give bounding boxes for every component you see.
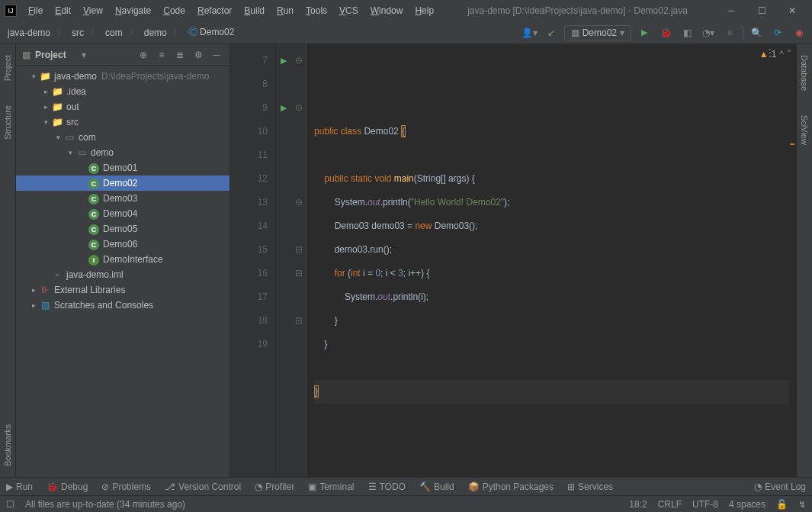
menu-code[interactable]: Code	[158, 3, 191, 18]
tree-node-com[interactable]: ▾▭com	[16, 130, 229, 145]
tool-todo[interactable]: ☰TODO	[368, 481, 406, 492]
readonly-icon[interactable]: 🔓	[776, 499, 788, 510]
breadcrumb: java-demo〉src〉com〉demo〉Ⓒ Demo02	[5, 24, 522, 40]
run-gutter[interactable]: ▶ ▶	[276, 44, 291, 477]
collapse-icon[interactable]: ≣	[173, 50, 187, 60]
breadcrumb-item[interactable]: java-demo	[5, 26, 53, 40]
tree-node-demo03[interactable]: CDemo03	[16, 191, 229, 206]
toolbar-right: 👤▾ ↙ ▦ Demo02 ▾ ▶ 🐞 ◧ ◔▾ ■ 🔍 ⟳ ◉	[522, 24, 807, 41]
menu-navigate[interactable]: Navigate	[110, 3, 156, 18]
code-line[interactable]: Demo03 demo03 = new Demo03();	[314, 214, 788, 238]
menu-edit[interactable]: Edit	[50, 3, 76, 18]
tool-services[interactable]: ⊞Services	[567, 481, 613, 492]
code-line[interactable]: }	[314, 309, 788, 333]
editor-more-icon[interactable]: ⋮	[765, 47, 775, 58]
tab-project[interactable]: Project	[2, 50, 14, 85]
status-icon[interactable]: ☐	[6, 499, 14, 510]
tree-node-demo05[interactable]: CDemo05	[16, 221, 229, 237]
file-encoding[interactable]: UTF-8	[692, 499, 718, 510]
tree-node-demo01[interactable]: CDemo01	[16, 160, 229, 175]
tree-node-demo[interactable]: ▾▭demo	[16, 145, 229, 160]
tree-node-scratches and consoles[interactable]: ▸▧Scratches and Consoles	[16, 298, 229, 313]
indent-info[interactable]: 4 spaces	[729, 499, 765, 510]
hide-icon[interactable]: ─	[210, 50, 223, 60]
stop-button[interactable]: ■	[721, 24, 738, 41]
code-line[interactable]	[314, 143, 788, 167]
tool-terminal[interactable]: ▣Terminal	[308, 481, 354, 492]
menu-tools[interactable]: Tools	[300, 3, 332, 18]
run-button[interactable]: ▶	[636, 24, 653, 41]
breadcrumb-item[interactable]: com	[102, 26, 126, 40]
sync-icon[interactable]: ⟳	[769, 24, 786, 41]
tree-node-demo04[interactable]: CDemo04	[16, 206, 229, 221]
line-separator[interactable]: CRLF	[658, 499, 682, 510]
locate-icon[interactable]: ⊕	[136, 50, 150, 60]
tree-node-src[interactable]: ▾📁src	[16, 114, 229, 130]
maximize-button[interactable]: ☐	[746, 2, 777, 20]
debug-button[interactable]: 🐞	[657, 24, 674, 41]
event-log-label: Event Log	[765, 481, 806, 492]
run-config-label: Demo02	[583, 27, 617, 38]
expand-icon[interactable]: ≡	[155, 50, 168, 60]
coverage-button[interactable]: ◧	[679, 24, 695, 41]
tree-node-java-demo.iml[interactable]: ▫java-demo.iml	[16, 267, 229, 282]
menu-view[interactable]: View	[78, 3, 108, 18]
tab-bookmarks[interactable]: Bookmarks	[2, 420, 14, 471]
inspection-widget[interactable]: ▲ 1 ^ ˅	[759, 49, 791, 60]
code-line[interactable]	[314, 356, 788, 380]
menu-file[interactable]: File	[23, 3, 48, 18]
project-tree[interactable]: ▾📁java-demoD:\IdeaProjects\java-demo▸📁.i…	[16, 66, 229, 477]
breadcrumb-item[interactable]: src	[69, 26, 87, 40]
code-line[interactable]: public static void main(String[] args) {	[314, 167, 788, 191]
tab-sciview[interactable]: SciView	[798, 111, 810, 150]
tree-node-out[interactable]: ▸📁out	[16, 99, 229, 114]
menu-help[interactable]: Help	[409, 3, 439, 18]
user-icon[interactable]: 👤▾	[522, 24, 538, 41]
code-line[interactable]: }	[314, 333, 788, 356]
profile-button[interactable]: ◔▾	[700, 24, 717, 41]
close-button[interactable]: ✕	[777, 2, 807, 20]
code-line[interactable]: public class Demo02 {	[314, 120, 788, 143]
fold-gutter[interactable]: ⊖ ⊖ ⊖ ⊟⊟ ⊟	[291, 44, 307, 477]
code-line[interactable]: System.out.println(i);	[314, 285, 788, 309]
minimize-button[interactable]: ─	[716, 2, 746, 20]
hammer-icon[interactable]: ↙	[543, 24, 560, 41]
tool-python-packages[interactable]: 📦Python Packages	[468, 481, 554, 492]
tool-problems[interactable]: ⊘Problems	[101, 481, 151, 492]
code-line[interactable]: }	[314, 380, 788, 404]
code-line[interactable]: demo03.run();	[314, 238, 788, 262]
tree-node-demo06[interactable]: CDemo06	[16, 237, 229, 252]
gear-icon[interactable]: ⚙	[191, 50, 205, 60]
sync-status-icon[interactable]: ↯	[798, 499, 806, 510]
tree-node-java-demo[interactable]: ▾📁java-demoD:\IdeaProjects\java-demo	[16, 69, 229, 84]
tab-database[interactable]: Database	[798, 50, 810, 95]
navigation-bar: java-demo〉src〉com〉demo〉Ⓒ Demo02 👤▾ ↙ ▦ D…	[0, 21, 812, 44]
run-config-selector[interactable]: ▦ Demo02 ▾	[564, 25, 631, 40]
menu-build[interactable]: Build	[239, 3, 270, 18]
menu-run[interactable]: Run	[271, 3, 299, 18]
code-line[interactable]	[314, 404, 788, 427]
tree-node-demo02[interactable]: CDemo02	[16, 175, 229, 191]
tree-node-.idea[interactable]: ▸📁.idea	[16, 84, 229, 99]
tab-structure[interactable]: Structure	[2, 101, 14, 144]
ide-icon[interactable]: ◉	[791, 24, 807, 41]
tool-profiler[interactable]: ◔Profiler	[255, 481, 294, 492]
tool-build[interactable]: 🔨Build	[419, 481, 454, 492]
tool-debug[interactable]: 🐞Debug	[47, 481, 88, 492]
event-log-button[interactable]: ◔ Event Log	[754, 481, 806, 492]
code-line[interactable]: for (int i = 0; i < 3; i++) {	[314, 262, 788, 285]
window-title: java-demo [D:\IdeaProjects\java-demo] - …	[439, 5, 716, 16]
tree-node-demointerface[interactable]: IDemoInterface	[16, 252, 229, 267]
menu-refactor[interactable]: Refactor	[192, 3, 237, 18]
breadcrumb-item[interactable]: Ⓒ Demo02	[185, 24, 238, 40]
tree-node-external libraries[interactable]: ▸⊪External Libraries	[16, 282, 229, 298]
breadcrumb-item[interactable]: demo	[141, 26, 170, 40]
menu-vcs[interactable]: VCS	[334, 3, 364, 18]
search-icon[interactable]: 🔍	[748, 24, 765, 41]
tool-run[interactable]: ▶Run	[6, 481, 33, 492]
caret-position[interactable]: 18:2	[629, 499, 647, 510]
tool-version-control[interactable]: ⎇Version Control	[165, 481, 241, 492]
code-line[interactable]: System.out.println("Hello World! Demo02"…	[314, 191, 788, 214]
code-editor[interactable]: public class Demo02 { public static void…	[307, 44, 796, 477]
menu-window[interactable]: Window	[365, 3, 409, 18]
